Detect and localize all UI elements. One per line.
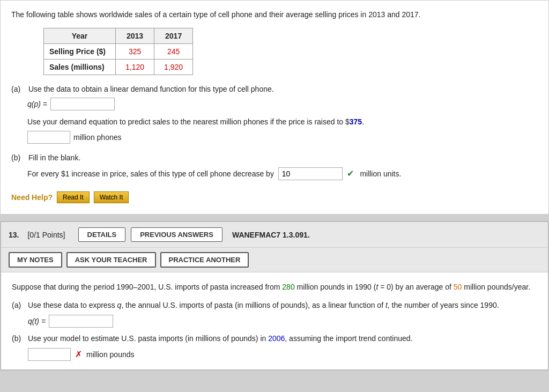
read-it-button[interactable]: Read It [57,191,90,203]
watch-it-button[interactable]: Watch It [94,191,129,203]
need-help-label: Need Help? [11,193,53,202]
predict-input[interactable] [27,131,70,144]
q13-part-b-letter: (b) [12,334,25,343]
part-b-text: Fill in the blank. [28,153,80,162]
previous-answers-button[interactable]: PREVIOUS ANSWERS [131,227,222,242]
q13-part-b: (b) Use your model to estimate U.S. past… [12,334,537,343]
part-a: (a) Use the data to obtain a linear dema… [11,85,538,144]
col-year: Year [44,28,116,44]
q13-part-a-text: Use these data to express q, the annual … [28,301,499,309]
data-table: Year 2013 2017 Selling Price ($) 325 245… [43,28,193,75]
q13-points: [0/1 Points] [27,231,65,239]
cross-icon: ✗ [75,349,82,359]
pasta-estimate-input[interactable] [28,348,71,361]
row-selling-price-2013: 325 [116,44,154,60]
q13-part-b-text: Use your model to estimate U.S. pasta im… [28,334,412,343]
ask-teacher-button[interactable]: ASK YOUR TEACHER [66,252,156,268]
q13-number: 13. [9,231,19,239]
row-selling-price-label: Selling Price ($) [44,44,116,60]
eq-input[interactable] [50,98,115,110]
highlight-50: 50 [454,283,462,291]
q13-body: Suppose that during the period 1990–2001… [1,272,548,369]
check-icon: ✔ [347,169,354,178]
fill-blank-input[interactable] [278,167,343,180]
row-sales-2013: 1,120 [116,60,154,75]
col-2013: 2013 [116,28,154,44]
top-description: The following table shows worldwide sale… [11,9,538,20]
col-2017: 2017 [154,28,193,44]
million-phones-label: million phones [73,133,122,142]
pasta-million-label: million pounds [86,350,135,359]
predict-text: Use your demand equation to predict sale… [27,116,538,128]
part-a-letter: (a) [11,85,24,93]
highlight-2006: 2006 [268,334,285,343]
need-help-row: Need Help? Read It Watch It [11,191,538,203]
q13-body-text: Suppose that during the period 1990–2001… [12,281,537,293]
part-b-letter: (b) [11,153,24,162]
q13-part-a-letter: (a) [12,301,25,309]
row-selling-price-2017: 245 [154,44,193,60]
eq2-label: q(t) = [28,317,46,326]
part-b: (b) Fill in the blank. For every $1 incr… [11,153,538,182]
my-notes-button[interactable]: MY NOTES [9,252,62,268]
q13-part-a: (a) Use these data to express q, the ann… [12,301,537,309]
fill-blank-row: For every $1 increase in price, sales of… [27,166,538,182]
part-a-text: Use the data to obtain a linear demand f… [28,85,274,93]
details-button[interactable]: DETAILS [78,227,126,242]
q13-notes-row: MY NOTES ASK YOUR TEACHER PRACTICE ANOTH… [1,248,548,272]
eq-label: q(p) = [27,100,47,108]
eq2-input[interactable] [49,315,113,328]
row-sales-label: Sales (millions) [44,60,116,75]
q13-wrapper: 13. [0/1 Points] DETAILS PREVIOUS ANSWER… [0,221,549,370]
highlight-280: 280 [282,283,294,291]
practice-another-button[interactable]: PRACTICE ANOTHER [160,252,249,268]
row-sales-2017: 1,920 [154,60,193,75]
wane-label: WANEFMAC7 1.3.091. [232,231,310,239]
q13-header: 13. [0/1 Points] DETAILS PREVIOUS ANSWER… [1,222,548,248]
